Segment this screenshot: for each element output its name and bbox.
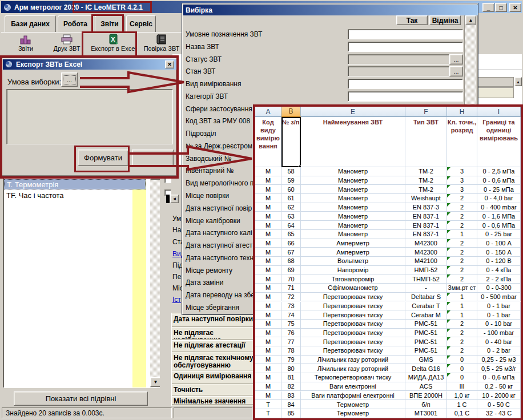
property-row[interactable]: Не підлягає технічному обслуговуванню	[172, 353, 253, 370]
minimize-button[interactable]: _	[482, 3, 494, 12]
cell[interactable]: 0 - 0,6 МПа	[477, 221, 521, 230]
cell[interactable]: 0 - 0,6 мПа	[477, 176, 521, 185]
cell[interactable]: Манометр	[301, 212, 405, 221]
cell[interactable]: М	[255, 364, 281, 373]
cell[interactable]: ТНМП-52	[405, 274, 447, 284]
cell[interactable]: 2	[447, 239, 477, 248]
cell[interactable]: Лічильник газу роторний	[301, 356, 405, 365]
cell[interactable]: М	[255, 337, 281, 346]
cell[interactable]: М	[255, 266, 281, 275]
cell[interactable]: 2	[447, 221, 477, 230]
cell[interactable]: PMC-51	[405, 346, 447, 356]
cell[interactable]: 2 - 2 кПа	[477, 274, 521, 284]
cell[interactable]: 58	[281, 167, 301, 176]
cell[interactable]: Термоперетворювач тиску	[301, 373, 405, 382]
cell[interactable]: 81	[281, 373, 301, 382]
cell[interactable]: Перетворювач тиску	[301, 329, 405, 338]
cell[interactable]: М	[255, 382, 281, 391]
cell[interactable]: 0 - 1 bar	[477, 302, 521, 311]
cell[interactable]: Манометр	[301, 221, 405, 230]
cell[interactable]: 79	[281, 356, 301, 365]
cell[interactable]: 0 - 40 bar	[477, 337, 521, 346]
cell[interactable]: 66	[281, 239, 301, 248]
cell[interactable]: Перетворювач тиску	[301, 293, 405, 302]
cell[interactable]: 0,25 - 25 м3	[477, 356, 521, 365]
field-picker-button[interactable]: ...	[449, 54, 463, 64]
cell[interactable]: 0 - 4 кПа	[477, 266, 521, 275]
header-cell[interactable]: Кл. точн., розряд	[447, 117, 477, 167]
column-letter-I[interactable]: I	[477, 107, 521, 117]
cell[interactable]: 62	[281, 203, 301, 212]
cell[interactable]: М	[255, 194, 281, 203]
cell[interactable]: 1 С	[447, 400, 477, 409]
cell[interactable]: - 100 mbar	[477, 329, 521, 338]
property-row[interactable]: Не підлягає калібруванню	[172, 328, 253, 340]
cell[interactable]: 60	[281, 185, 301, 194]
show-all-sublevels-button[interactable]: Показати всі підрівні	[14, 391, 148, 406]
cell[interactable]: GMS	[405, 356, 447, 365]
field-picker-button[interactable]: ...	[449, 66, 463, 76]
cell[interactable]: 59	[281, 176, 301, 185]
cell[interactable]: 2	[447, 320, 477, 329]
cell[interactable]: Амперметр	[301, 239, 405, 248]
property-row[interactable]: Дата наступної повірки	[172, 314, 253, 327]
cell[interactable]: Delta G16	[405, 364, 447, 373]
cell[interactable]: 2	[447, 257, 477, 266]
cell[interactable]: М42300	[405, 248, 447, 257]
cell[interactable]: 0 - 150 А	[477, 248, 521, 257]
cell[interactable]: Манометр	[301, 176, 405, 185]
cell[interactable]: М	[255, 284, 281, 293]
cell[interactable]: М	[255, 221, 281, 230]
cell[interactable]: 73	[281, 302, 301, 311]
cell[interactable]: 32 - 43 С	[477, 409, 521, 418]
cell[interactable]: 2	[447, 329, 477, 338]
toolbar-button-report-chart[interactable]: Звіти	[8, 34, 43, 55]
cell[interactable]: 64	[281, 221, 301, 230]
cell[interactable]: Перетворювач тиску	[301, 310, 405, 320]
cell[interactable]: 2	[447, 194, 477, 203]
cell[interactable]: 0 - 4,0 bar	[477, 194, 521, 203]
cell[interactable]: НМП-52	[405, 266, 447, 275]
cell[interactable]: 3	[447, 176, 477, 185]
cell[interactable]: М	[255, 274, 281, 284]
cell[interactable]: 80	[281, 364, 301, 373]
cell[interactable]: 1	[447, 302, 477, 311]
cell[interactable]: 0 - 120 В	[477, 257, 521, 266]
cell[interactable]: М	[255, 329, 281, 338]
cell[interactable]: М	[255, 248, 281, 257]
property-row[interactable]: Не підлягає атестації	[172, 340, 253, 352]
cell[interactable]: М	[255, 373, 281, 382]
cell[interactable]: Манометр	[301, 167, 405, 176]
cell[interactable]: 3мм.рт ст	[447, 284, 477, 293]
cell[interactable]: EN 837-1	[405, 230, 447, 239]
cell[interactable]: 1	[447, 310, 477, 320]
cell[interactable]: ТМ-2	[405, 167, 447, 176]
cell[interactable]: 2	[447, 346, 477, 356]
cell[interactable]: Ваги платформні електронні	[301, 391, 405, 401]
column-letter-F[interactable]: F	[405, 107, 447, 117]
cell[interactable]: 0	[447, 373, 477, 382]
cell[interactable]: Манометр	[301, 203, 405, 212]
cell[interactable]: 0 - 400 mbar	[477, 203, 521, 212]
cell[interactable]: 83	[281, 391, 301, 401]
cell[interactable]: 2	[447, 248, 477, 257]
cell[interactable]: 70	[281, 274, 301, 284]
tab-сервіс[interactable]: Сервіс	[126, 15, 156, 32]
field-input[interactable]	[348, 29, 463, 39]
cell[interactable]: Лічильник газу роторний	[301, 364, 405, 373]
cell[interactable]: 0 - 100 А	[477, 239, 521, 248]
cell[interactable]: 77	[281, 337, 301, 346]
cell[interactable]: М	[255, 356, 281, 365]
cell[interactable]: М	[255, 167, 281, 176]
cell[interactable]: 78	[281, 346, 301, 356]
cell[interactable]: 2	[447, 203, 477, 212]
cell[interactable]: МТ3001	[405, 409, 447, 418]
cell[interactable]: PMC-51	[405, 320, 447, 329]
column-letter-A[interactable]: A	[255, 107, 281, 117]
toolbar-button-verification-scroll[interactable]: Повірка ЗВТ	[140, 34, 183, 55]
cell[interactable]: М42300	[405, 239, 447, 248]
cell[interactable]: 0 - 500 mbar	[477, 293, 521, 302]
header-cell[interactable]: Тип ЗВТ	[405, 117, 447, 167]
field-input[interactable]	[348, 91, 463, 102]
cell[interactable]: б/п	[405, 400, 447, 409]
